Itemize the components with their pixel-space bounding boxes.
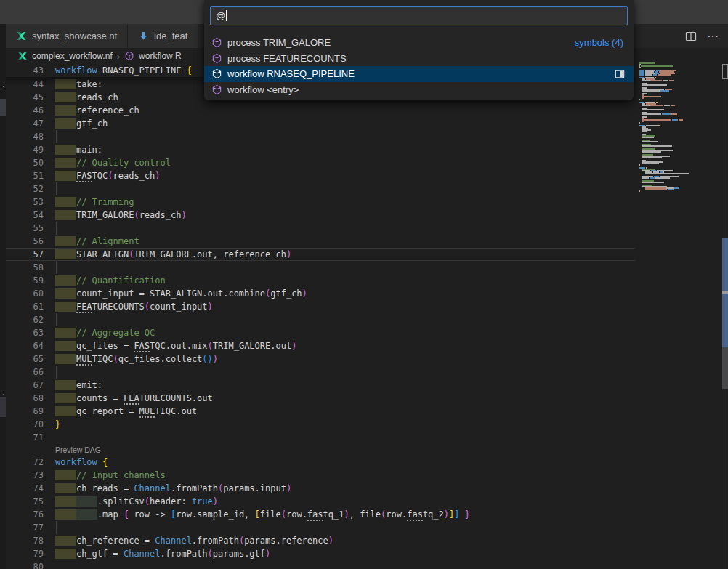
code-line-80[interactable]: 80: [6, 560, 635, 569]
code-line-47[interactable]: 47 gtf_ch: [6, 117, 635, 130]
line-number[interactable]: 78: [6, 534, 44, 547]
quick-open-item-3[interactable]: workflow <entry>: [204, 82, 634, 98]
code-line-61[interactable]: 61 FEATURECOUNTS(count_input): [6, 300, 635, 313]
line-number[interactable]: 49: [6, 143, 44, 156]
quick-open-item-2[interactable]: workflow RNASEQ_PIPELINE: [204, 66, 634, 82]
quick-open-item-label: process TRIM_GALORE: [227, 37, 331, 48]
line-number[interactable]: 67: [6, 379, 44, 392]
more-actions-icon[interactable]: ⋯: [707, 29, 719, 43]
code-line-46[interactable]: 46 reference_ch: [6, 104, 635, 117]
code-line-62[interactable]: 62: [6, 313, 635, 326]
breadcrumb-symbol[interactable]: workflow R: [139, 51, 182, 61]
line-number[interactable]: 68: [6, 392, 44, 405]
indent-guide: [56, 366, 57, 379]
quick-open-input[interactable]: @: [210, 6, 628, 25]
code-line-76[interactable]: 76 .map { row -> [row.sample_id, [file(r…: [6, 508, 635, 521]
code-line-66[interactable]: 66: [6, 366, 635, 379]
line-number[interactable]: 47: [6, 117, 44, 130]
line-number[interactable]: 50: [6, 156, 44, 169]
code-line-64[interactable]: 64 qc_files = FASTQC.out.mix(TRIM_GALORE…: [6, 339, 635, 352]
code-line-54[interactable]: 54 TRIM_GALORE(reads_ch): [6, 209, 635, 222]
line-number[interactable]: 54: [6, 209, 44, 222]
overview-ruler[interactable]: [721, 62, 728, 569]
line-number[interactable]: 57: [6, 248, 44, 261]
line-number[interactable]: 69: [6, 405, 44, 418]
code-line-73[interactable]: 73 // Input channels: [6, 469, 635, 482]
line-number[interactable]: 75: [6, 495, 44, 508]
code-line-60[interactable]: 60 count_input = STAR_ALIGN.out.combine(…: [6, 287, 635, 300]
code-line-74[interactable]: 74 ch_reads = Channel.fromPath(params.in…: [6, 482, 635, 495]
minimap[interactable]: [639, 62, 718, 208]
line-number[interactable]: 60: [6, 287, 44, 300]
code-line-48[interactable]: 48: [6, 130, 635, 143]
line-number[interactable]: 52: [6, 182, 44, 195]
code-line-55[interactable]: 55: [6, 222, 635, 235]
line-number[interactable]: 62: [6, 313, 44, 326]
collapsed-sidebar-strip[interactable]: [0, 24, 6, 569]
sidebar-scrollbar-thumb-2[interactable]: [0, 397, 6, 417]
code-line-65[interactable]: 65 MULTIQC(qc_files.collect()): [6, 352, 635, 366]
tab-label: ide_feat: [154, 31, 187, 41]
breadcrumb-file[interactable]: complex_workflow.nf: [32, 51, 113, 61]
codelens-preview-dag[interactable]: Preview DAG: [6, 444, 635, 456]
line-number[interactable]: 72: [6, 456, 44, 469]
line-number[interactable]: 59: [6, 274, 44, 287]
line-number[interactable]: 79: [6, 547, 44, 560]
line-number[interactable]: 48: [6, 130, 44, 143]
tab-syntax-showcase[interactable]: syntax_showcase.nf: [6, 24, 128, 48]
line-number[interactable]: 64: [6, 339, 44, 352]
line-number[interactable]: 56: [6, 235, 44, 248]
split-editor-icon[interactable]: [685, 31, 697, 42]
code-line-51[interactable]: 51 FASTQC(reads_ch): [6, 169, 635, 182]
line-number[interactable]: 55: [6, 222, 44, 235]
code-line-69[interactable]: 69 qc_report = MULTIQC.out: [6, 405, 635, 418]
line-number[interactable]: 61: [6, 300, 44, 313]
code-line-49[interactable]: 49 main:: [6, 143, 635, 156]
code-line-63[interactable]: 63 // Aggregate QC: [6, 326, 635, 339]
code-line-79[interactable]: 79 ch_gtf = Channel.fromPath(params.gtf): [6, 547, 635, 560]
sidebar-scrollbar-thumb[interactable]: [0, 99, 6, 116]
line-number[interactable]: 43: [6, 64, 44, 77]
line-number[interactable]: 76: [6, 508, 44, 521]
quick-open-item-0[interactable]: process TRIM_GALOREsymbols (4): [204, 35, 634, 51]
scrollbar-slider-end[interactable]: [722, 347, 728, 389]
vscode-window: syntax_showcase.nf ide_feat ⋯ complex_wo…: [0, 0, 728, 569]
line-number[interactable]: 77: [6, 521, 44, 534]
line-number[interactable]: 58: [6, 261, 44, 274]
code-line-50[interactable]: 50 // Quality control: [6, 156, 635, 169]
quick-open-item-1[interactable]: process FEATURECOUNTS: [204, 51, 634, 67]
line-number[interactable]: 65: [6, 352, 44, 366]
code-line-68[interactable]: 68 counts = FEATURECOUNTS.out: [6, 392, 635, 405]
code-line-59[interactable]: 59 // Quantification: [6, 274, 635, 287]
code-line-75[interactable]: 75 .splitCsv(header: true): [6, 495, 635, 508]
line-content: count_input = STAR_ALIGN.out.combine(gtf…: [55, 287, 307, 300]
line-number[interactable]: 45: [6, 91, 44, 104]
line-number[interactable]: 74: [6, 482, 44, 495]
code-line-72[interactable]: 72workflow {: [6, 456, 635, 469]
code-line-71[interactable]: 71: [6, 431, 635, 444]
code-line-78[interactable]: 78 ch_reference = Channel.fromPath(param…: [6, 534, 635, 547]
code-line-58[interactable]: 58: [6, 261, 635, 274]
line-number[interactable]: 66: [6, 366, 44, 379]
code-line-52[interactable]: 52: [6, 182, 635, 195]
line-number[interactable]: 80: [6, 560, 44, 569]
line-number[interactable]: 46: [6, 104, 44, 117]
code-line-77[interactable]: 77: [6, 521, 635, 534]
line-number[interactable]: 73: [6, 469, 44, 482]
line-number[interactable]: 53: [6, 195, 44, 209]
line-number[interactable]: 51: [6, 169, 44, 182]
code-line-67[interactable]: 67 emit:: [6, 379, 635, 392]
code-line-53[interactable]: 53 // Trimming: [6, 195, 635, 209]
code-lines[interactable]: 44 take:45 reads_ch46 reference_ch47 gtf…: [6, 78, 635, 569]
code-line-57[interactable]: 57 STAR_ALIGN(TRIM_GALORE.out, reference…: [6, 248, 635, 261]
open-to-side-icon[interactable]: [615, 69, 625, 79]
symbol-namespace-icon: [124, 51, 134, 61]
code-line-70[interactable]: 70}: [6, 418, 635, 431]
code-editor[interactable]: 43workflow RNASEQ_PIPELINE { 44 take:45 …: [6, 64, 635, 569]
line-number[interactable]: 70: [6, 418, 44, 431]
tab-ide-features[interactable]: ide_feat: [128, 24, 198, 48]
line-number[interactable]: 63: [6, 326, 44, 339]
line-number[interactable]: 71: [6, 431, 44, 444]
line-content: MULTIQC(qc_files.collect()): [55, 352, 218, 366]
code-line-56[interactable]: 56 // Alignment: [6, 235, 635, 248]
